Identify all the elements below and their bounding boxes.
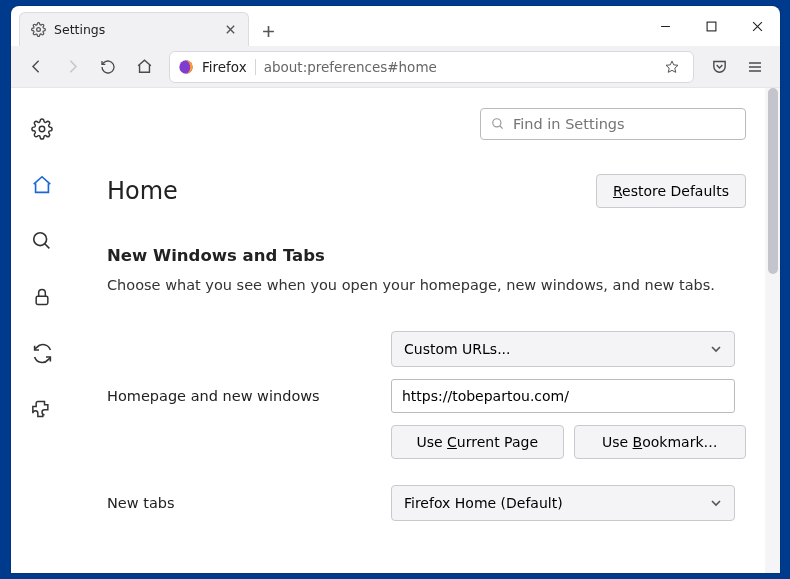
sidebar-extensions[interactable] xyxy=(29,396,55,422)
svg-rect-1 xyxy=(707,22,716,31)
star-icon[interactable] xyxy=(659,54,685,80)
settings-search-input[interactable] xyxy=(513,116,735,132)
back-button[interactable] xyxy=(19,51,53,83)
select-value: Custom URLs... xyxy=(404,341,511,357)
newtabs-label: New tabs xyxy=(107,495,391,511)
forward-button[interactable] xyxy=(55,51,89,83)
pocket-icon[interactable] xyxy=(702,51,736,83)
new-tab-button[interactable] xyxy=(253,16,283,46)
homepage-url-input[interactable] xyxy=(391,379,735,413)
scrollbar-thumb[interactable] xyxy=(768,88,778,274)
svg-point-0 xyxy=(36,28,40,32)
svg-point-3 xyxy=(39,126,45,132)
home-button[interactable] xyxy=(127,51,161,83)
svg-rect-5 xyxy=(36,296,48,304)
chevron-down-icon xyxy=(710,343,722,355)
chevron-down-icon xyxy=(710,497,722,509)
url-prefix: Firefox xyxy=(202,59,256,75)
minimize-button[interactable] xyxy=(642,6,688,46)
scrollbar[interactable] xyxy=(765,88,780,573)
url-path: about:preferences#home xyxy=(264,59,651,75)
sidebar-home[interactable] xyxy=(29,172,55,198)
newtabs-select[interactable]: Firefox Home (Default) xyxy=(391,485,735,521)
use-bookmark-button[interactable]: Use Bookmark… xyxy=(574,425,747,459)
firefox-icon xyxy=(178,59,194,75)
homepage-label: Homepage and new windows xyxy=(107,388,391,404)
url-bar[interactable]: Firefox about:preferences#home xyxy=(169,51,694,83)
tab-settings[interactable]: Settings xyxy=(19,12,249,46)
gear-icon xyxy=(30,22,46,38)
close-window-button[interactable] xyxy=(734,6,780,46)
search-icon xyxy=(491,117,505,131)
section-title: New Windows and Tabs xyxy=(107,246,746,265)
svg-point-6 xyxy=(493,119,501,127)
menu-button[interactable] xyxy=(738,51,772,83)
use-current-page-button[interactable]: Use Current Page xyxy=(391,425,564,459)
section-desc: Choose what you see when you open your h… xyxy=(107,275,746,295)
sidebar-search[interactable] xyxy=(29,228,55,254)
reload-button[interactable] xyxy=(91,51,125,83)
tab-title: Settings xyxy=(54,22,214,37)
close-icon[interactable] xyxy=(222,22,238,38)
select-value: Firefox Home (Default) xyxy=(404,495,563,511)
restore-defaults-button[interactable]: Restore Defaults xyxy=(596,174,746,208)
svg-point-4 xyxy=(34,233,47,246)
sidebar-sync[interactable] xyxy=(29,340,55,366)
sidebar-privacy[interactable] xyxy=(29,284,55,310)
settings-search[interactable] xyxy=(480,108,746,140)
page-title: Home xyxy=(107,177,596,205)
homepage-mode-select[interactable]: Custom URLs... xyxy=(391,331,735,367)
sidebar-general[interactable] xyxy=(29,116,55,142)
maximize-button[interactable] xyxy=(688,6,734,46)
